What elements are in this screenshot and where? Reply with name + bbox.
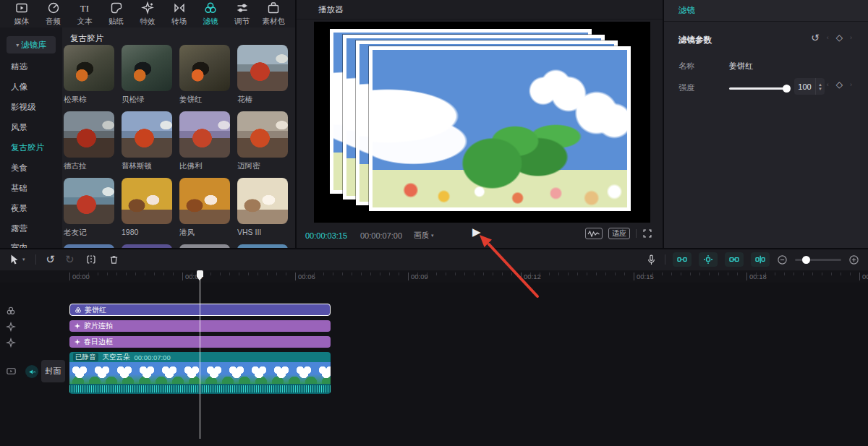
- muted-badge: 已静音: [73, 353, 98, 361]
- filter-card[interactable]: 港风: [179, 178, 230, 238]
- cover-button[interactable]: 封面: [41, 360, 65, 382]
- filter-card[interactable]: 德古拉: [64, 111, 114, 171]
- tab-effects[interactable]: 特效: [133, 1, 162, 27]
- filter-library-dropdown[interactable]: ▾ 滤镜库: [7, 36, 56, 53]
- preview-canvas[interactable]: [314, 22, 650, 223]
- tab-sticker[interactable]: 贴纸: [102, 1, 131, 27]
- filter-card-partial[interactable]: [122, 244, 172, 248]
- slider-handle[interactable]: [783, 85, 791, 93]
- effect-track-icon[interactable]: [6, 338, 16, 348]
- redo-icon[interactable]: ↻: [65, 253, 75, 266]
- sidebar-item-basic[interactable]: 基础: [11, 183, 27, 194]
- mute-track-button[interactable]: [25, 365, 38, 378]
- clip-label: 姜饼红: [85, 305, 106, 315]
- video-clip-duration: 00:00:07:00: [135, 353, 171, 361]
- filter-card[interactable]: 普林斯顿: [122, 111, 172, 171]
- slider-handle[interactable]: [802, 256, 810, 264]
- filter-card[interactable]: 贝松绿: [122, 45, 172, 105]
- tab-audio[interactable]: 音频: [39, 1, 68, 27]
- filter-name-value: 姜饼红: [729, 61, 753, 72]
- tab-filter[interactable]: 滤镜: [196, 1, 225, 27]
- playhead[interactable]: [197, 270, 203, 277]
- filter-card[interactable]: VHS III: [237, 178, 288, 236]
- filter-card[interactable]: 姜饼红: [179, 45, 230, 105]
- divider: [636, 229, 637, 238]
- linkage-toggle-icon[interactable]: [725, 252, 744, 267]
- sidebar-item-retro-film[interactable]: 复古胶片: [11, 142, 44, 153]
- effects-icon: [74, 322, 81, 330]
- main-video-track-icon[interactable]: [6, 366, 17, 377]
- filter-card[interactable]: 比佛利: [179, 111, 230, 171]
- fit-dropdown[interactable]: 适应: [608, 228, 630, 239]
- next-keyframe-icon: ›: [850, 81, 852, 88]
- sidebar-item-featured[interactable]: 精选: [11, 61, 27, 72]
- reset-icon[interactable]: ↺: [811, 32, 820, 43]
- svg-text:TI: TI: [80, 3, 89, 14]
- filter-thumbnail: [237, 178, 288, 224]
- sidebar-item-cinematic[interactable]: 影视级: [11, 102, 36, 113]
- zoom-in-icon[interactable]: [848, 254, 859, 265]
- tab-material-package[interactable]: 素材包: [259, 1, 288, 27]
- tab-media[interactable]: 媒体: [7, 1, 36, 27]
- player-title: 播放器: [318, 4, 344, 15]
- clip-label: 胶片连拍: [84, 321, 113, 331]
- main-track-magnet-toggle-icon[interactable]: [751, 252, 770, 267]
- tab-adjust[interactable]: 调节: [228, 1, 257, 27]
- strength-input[interactable]: 100 ▲▼: [794, 78, 825, 95]
- filter-card[interactable]: 老友记: [64, 178, 114, 238]
- stepper[interactable]: ▲▼: [815, 78, 825, 95]
- filter-card-partial[interactable]: [179, 244, 230, 248]
- chevron-down-icon: ▾: [16, 42, 19, 48]
- total-duration: 00:00:07:00: [360, 231, 402, 240]
- timeline-toolbar: ▾ ↺ ↻: [0, 249, 868, 270]
- stepper-down-icon[interactable]: ▼: [818, 87, 822, 91]
- tab-transition[interactable]: 转场: [165, 1, 194, 27]
- play-button[interactable]: ▶: [472, 226, 481, 239]
- tab-filter-settings[interactable]: 滤镜: [678, 5, 695, 16]
- filter-params-title: 滤镜参数: [678, 35, 712, 46]
- zoom-out-icon[interactable]: [777, 254, 788, 265]
- prev-keyframe-icon: ‹: [827, 81, 829, 88]
- preview-axis-toggle-icon[interactable]: [699, 252, 718, 267]
- player-controls: 00:00:03:15 00:00:07:00 画质 ▾ ▶ 适应: [297, 223, 663, 248]
- fullscreen-icon[interactable]: [642, 228, 652, 239]
- waveform-preview-icon[interactable]: [585, 228, 603, 239]
- filter-card-partial[interactable]: [237, 244, 288, 248]
- timeline-ruler[interactable]: 00:00 00:03 00:06 00:09 00:12 00:15 00:1…: [0, 270, 868, 283]
- timeline-zoom-slider[interactable]: [795, 259, 841, 261]
- filter-track-icon[interactable]: [6, 306, 16, 316]
- delete-icon[interactable]: [108, 254, 120, 266]
- sticker-icon: [109, 1, 124, 15]
- filter-card[interactable]: 花椿: [237, 45, 288, 105]
- snap-toggle-icon[interactable]: [673, 252, 692, 267]
- sidebar-item-indoor[interactable]: 室内: [11, 242, 27, 248]
- filter-card[interactable]: 松果棕: [64, 45, 114, 105]
- filter-thumbnail: [237, 45, 288, 91]
- split-icon[interactable]: [85, 253, 98, 266]
- chevron-down-icon: ▾: [22, 257, 25, 262]
- video-clip-name: 天空云朵: [103, 353, 130, 362]
- keyframe-diamond-icon[interactable]: ◇: [836, 33, 843, 43]
- effect-track-icon[interactable]: [6, 322, 16, 332]
- sidebar-item-night[interactable]: 夜景: [11, 203, 27, 214]
- pointer-tool[interactable]: ▾: [7, 252, 25, 267]
- tab-text[interactable]: TI 文本: [70, 1, 99, 27]
- filter-card-partial[interactable]: [64, 244, 114, 248]
- sidebar-item-camping[interactable]: 露营: [11, 223, 27, 234]
- inspector-tabbar: 滤镜: [664, 0, 868, 22]
- filter-icon: [203, 1, 218, 15]
- keyframe-diamond-icon[interactable]: ◇: [836, 80, 843, 90]
- sidebar-item-landscape[interactable]: 风景: [11, 122, 27, 133]
- undo-icon[interactable]: ↺: [46, 253, 56, 266]
- effects-icon: [74, 338, 81, 346]
- strength-slider[interactable]: [729, 87, 787, 90]
- filter-card[interactable]: 迈阿密: [237, 111, 288, 171]
- quality-dropdown[interactable]: 画质 ▾: [414, 231, 434, 241]
- filter-thumbnail: [179, 45, 230, 91]
- top-toolbar: 媒体 音频 TI 文本 贴纸 特效 转场: [0, 0, 295, 27]
- inspector-panel: 滤镜 滤镜参数 ↺ ‹ ◇ › 名称 姜饼红 强度 100 ▲▼ ‹ ◇ ›: [664, 0, 868, 248]
- sidebar-item-portrait[interactable]: 人像: [11, 82, 27, 93]
- record-voiceover-icon[interactable]: [645, 253, 658, 267]
- filter-card[interactable]: 1980: [122, 178, 172, 236]
- sidebar-item-food[interactable]: 美食: [11, 163, 27, 173]
